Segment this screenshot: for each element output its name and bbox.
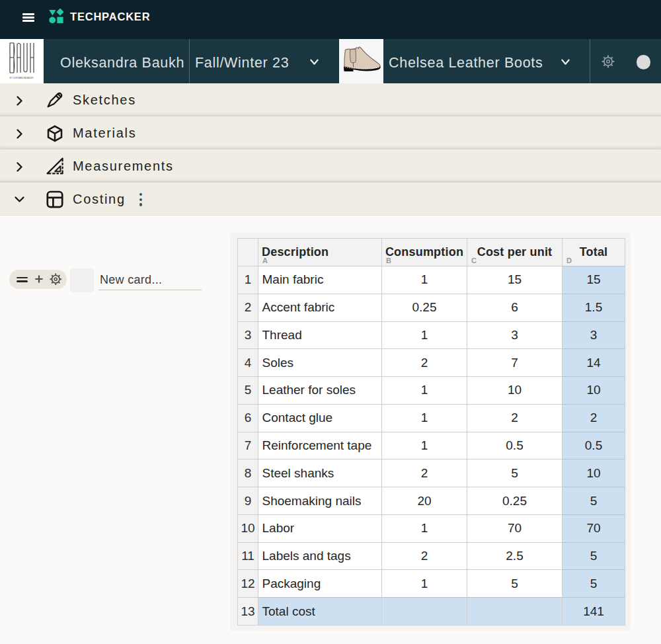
- svg-text:BY OLEKSANDRA BAUKH: BY OLEKSANDRA BAUKH: [10, 77, 34, 79]
